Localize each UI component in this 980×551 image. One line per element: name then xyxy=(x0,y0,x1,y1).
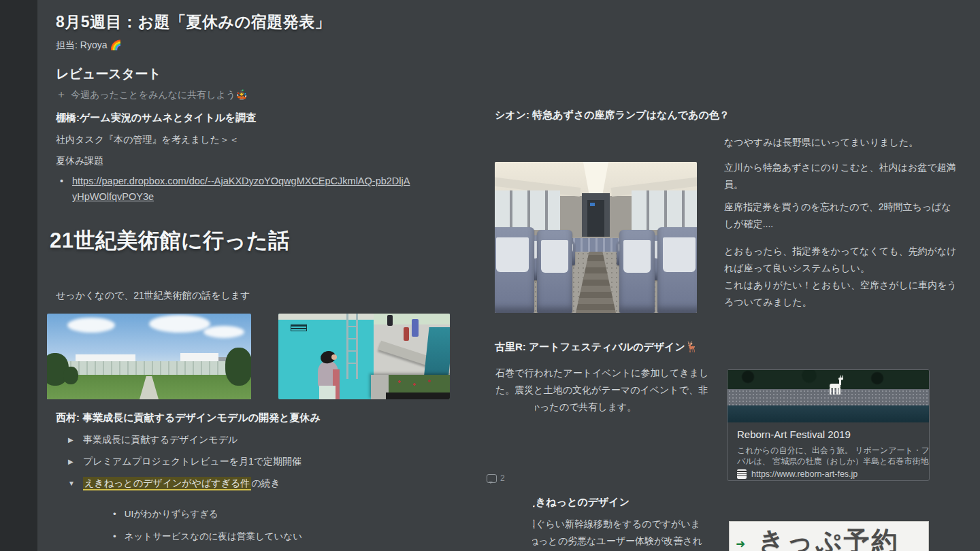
cloud-shape xyxy=(149,315,210,333)
shion-paragraph: これはありがたい！とおもい、空席さがしに車内をうろついてみました。 xyxy=(724,277,959,311)
furusato-line3-rest: ったので共有します。 xyxy=(540,401,636,412)
person-standing xyxy=(387,315,393,326)
card-title: Reborn-Art Festival 2019 xyxy=(737,429,851,440)
card-description: これからの自分に、出会う旅。 リボーンアート・フェスティ xyxy=(737,445,921,456)
triangle-collapsed-icon[interactable]: ▶ xyxy=(68,436,83,444)
share-prompt: ＋今週あったことをみんなに共有しよう🤹 xyxy=(56,88,248,102)
toggle-item: ▶事業成長に貢献するデザインモデル xyxy=(68,434,238,446)
owner-line: 担当: Ryoya 🌈 xyxy=(56,39,122,52)
shion-paragraph: 座席指定券を買うのを忘れたので、2時間立ちっぱなしが確定.... xyxy=(724,199,959,233)
homework-link[interactable]: https://paper.dropbox.com/doc/--AjaKXDyz… xyxy=(72,173,414,205)
museum-heading: 21世紀美術館に行った話 xyxy=(50,227,290,255)
reborn-card-image xyxy=(728,370,929,422)
museum-intro: せっかくなので、21世紀美術館の話をします xyxy=(56,290,250,302)
shion-paragraph: とおもったら、指定券をかってなくても、先約がなければ座って良いシステムらしい。 xyxy=(724,243,959,277)
person-face xyxy=(331,354,337,360)
train-interior-photo[interactable] xyxy=(495,162,697,313)
toggle-label-rest: の続き xyxy=(251,478,280,488)
ekinet-heading: えきねっとのデザイン xyxy=(533,496,630,509)
door-sign xyxy=(590,203,595,206)
ekinet-highlight-link[interactable]: えきねっとのデザインがやばすぎる件 xyxy=(83,477,251,490)
person-standing xyxy=(412,319,419,337)
comment-count: 2 xyxy=(500,473,505,483)
triangle-expanded-icon[interactable]: ▼ xyxy=(68,480,83,487)
toggle-item: ▼えきねっとのデザインがやばすぎる件の続き xyxy=(68,478,280,490)
tanahashi-heading: 棚橋:ゲーム実況のサムネとタイトルを調査 xyxy=(56,112,256,124)
ladder-rail xyxy=(356,314,358,379)
clipped-glyph: か xyxy=(535,399,540,416)
ekinet-text-line: 回ぐらい新幹線移動をするのですがいま xyxy=(533,518,700,531)
homework-label: 夏休み課題 xyxy=(56,155,103,167)
ekinet-text-line: ねっとの劣悪なユーザー体験が改善され xyxy=(532,535,702,548)
bullet-icon: • xyxy=(60,173,63,189)
glass-facade xyxy=(55,361,243,376)
ladder-rung xyxy=(346,326,357,327)
wall-top xyxy=(278,314,374,320)
ladder-rung xyxy=(346,338,357,339)
card-description: バルは、 宮城県の牡鹿（おしか）半島と石巻市街地を主な舞 xyxy=(737,456,921,467)
furusato-text-line: 石巻で行われたアートイベントに参加してきまし xyxy=(495,365,708,382)
shion-paragraph: 立川から特急あずさにのりこむと、社内はお盆で超満員。 xyxy=(724,159,959,193)
overlay-caption xyxy=(386,393,450,399)
comment-bubble-icon xyxy=(487,474,497,483)
card-url[interactable]: https://www.reborn-art-fes.jp xyxy=(751,469,858,479)
sub-bullet-item: ネットサービスなのに夜は営業していない xyxy=(113,531,302,543)
ekinet-heading-text: きねっとのデザイン xyxy=(536,496,630,507)
shion-paragraph: なつやすみは長野県にいってまいりました。 xyxy=(724,134,959,151)
train-seat xyxy=(657,227,697,313)
tree xyxy=(63,367,78,384)
page-title: 8月5週目：お題「夏休みの宿題発表」 xyxy=(56,12,331,33)
train-windows xyxy=(632,190,697,230)
document-page: 8月5週目：お題「夏休みの宿題発表」 担当: Ryoya 🌈 レビュースタート … xyxy=(0,0,980,551)
toggle-label: プレミアムプロジェクトレビューを月1で定期開催 xyxy=(83,456,301,467)
toggle-item: ▶プレミアムプロジェクトレビューを月1で定期開催 xyxy=(68,456,301,468)
homework-link-item: • https://paper.dropbox.com/doc/--AjaKXD… xyxy=(60,173,414,205)
sub-bullet-item: UIがわかりずらすぎる xyxy=(113,508,218,520)
document-canvas: 8月5週目：お題「夏休みの宿題発表」 担当: Ryoya 🌈 レビュースタート … xyxy=(37,0,980,551)
train-windows xyxy=(495,190,560,230)
ladder-rail xyxy=(346,314,348,379)
cloud-shape xyxy=(203,326,244,338)
overlay-flowers xyxy=(394,378,444,391)
share-prompt-text: 今週あったことをみんなに共有しよう🤹 xyxy=(71,89,248,100)
tree xyxy=(225,348,251,386)
ladder-rung xyxy=(346,350,357,352)
ladder-rung xyxy=(346,363,357,364)
train-seat xyxy=(495,227,534,313)
reborn-link-card[interactable]: Reborn-Art Festival 2019 これからの自分に、出会う旅。 … xyxy=(727,369,930,481)
ekinet-line1-rest: ぐらい新幹線移動をするのですがいま xyxy=(536,518,700,529)
clipped-glyph: ね xyxy=(532,535,538,548)
plus-icon[interactable]: ＋ xyxy=(56,88,67,100)
card-url-row: https://www.reborn-art-fes.jp xyxy=(737,469,858,479)
cloud-shape xyxy=(67,318,115,333)
task-note: 社内タスク『本の管理』を考えました＞＜ xyxy=(56,134,239,146)
site-favicon-icon xyxy=(737,469,747,479)
ticket-banner-label: きっぷ予約 xyxy=(730,524,928,551)
shion-heading: シオン: 特急あずさの座席ランプはなんであの色？ xyxy=(495,109,730,122)
ekinet-line2-rest: っとの劣悪なユーザー体験が改善され xyxy=(538,535,702,546)
person-skirt xyxy=(319,386,336,399)
train-seat xyxy=(619,230,655,313)
toggle-label: 事業成長に貢献するデザインモデル xyxy=(83,434,238,445)
furusato-heading: 古里R: アートフェスティバルのデザイン🦌 xyxy=(495,341,698,354)
pool-photo[interactable] xyxy=(278,314,450,399)
museum-photo[interactable] xyxy=(47,314,251,399)
review-heading: レビュースタート xyxy=(56,65,161,83)
train-seat xyxy=(537,230,572,313)
person-child xyxy=(404,327,409,341)
white-deer-sculpture xyxy=(824,374,847,397)
triangle-collapsed-icon[interactable]: ▶ xyxy=(68,458,83,465)
furusato-text-line: かったので共有します。 xyxy=(535,399,636,416)
ticket-reservation-banner[interactable]: ➜ きっぷ予約 xyxy=(729,521,929,551)
nishimura-heading: 西村: 事業成長に貢献するデザインモデルの開発と夏休み xyxy=(56,412,321,424)
water xyxy=(728,405,929,422)
comment-badge[interactable]: 2 xyxy=(487,473,505,483)
furusato-text-line: た。震災と土地の文化がテーマのイベントで、非 xyxy=(495,382,708,399)
vent-grille xyxy=(291,324,307,331)
